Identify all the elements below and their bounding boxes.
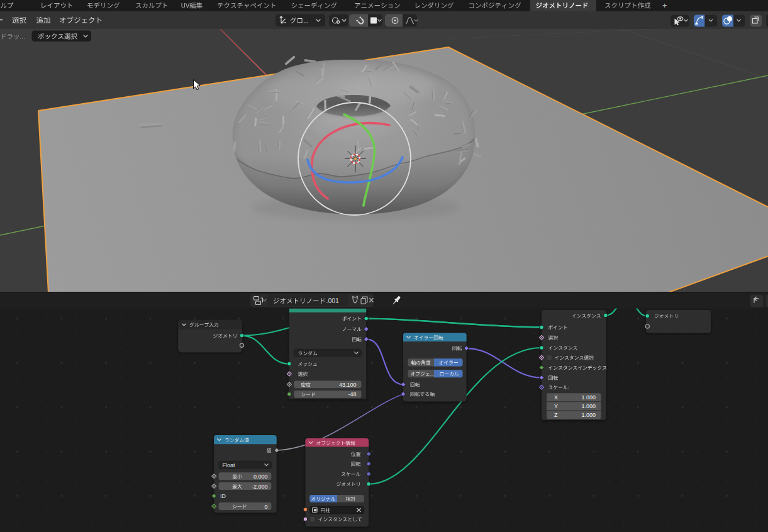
svg-text:0.000: 0.000 bbox=[253, 474, 268, 480]
svg-text:.001: .001 bbox=[326, 297, 340, 304]
svg-text:1.000: 1.000 bbox=[581, 403, 596, 409]
svg-text:ID: ID bbox=[220, 493, 226, 499]
svg-text:-48: -48 bbox=[348, 391, 356, 397]
svg-text:+: + bbox=[662, 1, 667, 10]
svg-text:Z: Z bbox=[554, 412, 558, 418]
svg-text:Y: Y bbox=[554, 403, 558, 409]
svg-text:X: X bbox=[554, 394, 558, 401]
svg-text:0: 0 bbox=[264, 504, 267, 510]
svg-text:Float: Float bbox=[223, 462, 236, 468]
svg-text:1.000: 1.000 bbox=[581, 412, 596, 418]
svg-text:1.000: 1.000 bbox=[581, 394, 596, 401]
svg-text:43.100: 43.100 bbox=[339, 382, 357, 388]
svg-text:-2.000: -2.000 bbox=[252, 484, 268, 490]
